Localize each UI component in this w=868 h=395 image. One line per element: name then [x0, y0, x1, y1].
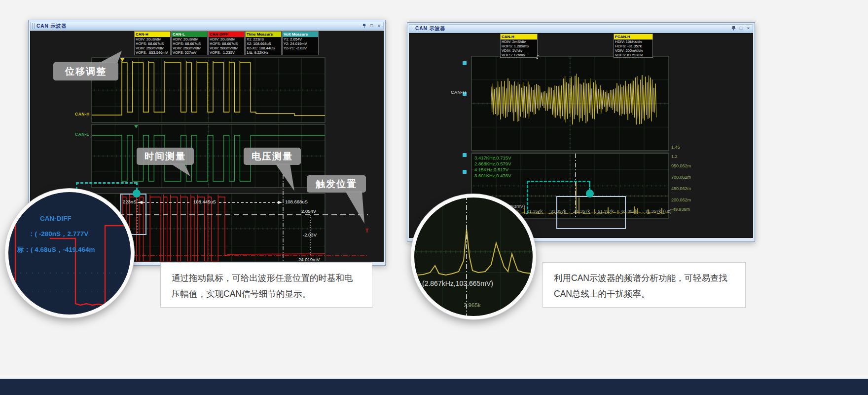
callout-offset-adjust: 位移调整: [53, 62, 118, 80]
panel-row: [283, 50, 318, 55]
left-caption: 通过拖动鼠标，可给出波形任意位置的时基和电压幅值，实现CAN信号细节的显示。: [160, 262, 372, 308]
panel-row: HOFS: 68.667uS: [172, 41, 207, 46]
panel-row: VDIV: 200mV/div: [614, 48, 652, 53]
cursor-dy-value: -2.03V: [303, 232, 317, 237]
close-button[interactable]: ×: [746, 26, 751, 31]
panel-row: HOFS: 68.667uS: [135, 41, 170, 46]
panel-row: HDIV: 20uS/div: [209, 37, 244, 41]
right-magnifier-circle: (2.867kHz,103.665mV) 2.965k: [411, 194, 536, 319]
panel-row: HOFS: 68.667uS: [209, 41, 244, 46]
right-window-title: CAN 示波器: [415, 25, 731, 32]
left-titlebar[interactable]: CAN 示波器 □ ×: [30, 22, 384, 30]
panel-row: Y1: 2.054V: [283, 37, 318, 41]
panel-row: 1/Δ: 9.22KHz: [246, 50, 281, 55]
cursor-y2-value: 24.019mV: [298, 257, 320, 262]
magnifier-axis-label: 2.965k: [464, 302, 481, 308]
panel-row: VDIV: 500mV/div: [209, 46, 244, 50]
channel-info-panel-fcanh[interactable]: FCAN-H HDIV: 10kHz/div HOFS: -31.357k VD…: [614, 34, 653, 58]
bottom-strip: [0, 379, 868, 395]
y-axis-label: 1.45: [671, 145, 697, 150]
canl-trace-label: CAN-L: [75, 132, 89, 137]
magnifier-peak-label: (2.867kHz,103.665mV): [422, 279, 493, 287]
page: CAN 示波器 □ × CAN-H HDIV: 20uS/div HOFS: 6…: [0, 0, 868, 395]
close-button[interactable]: ×: [376, 23, 382, 29]
magnifier-link-line: [76, 182, 137, 184]
y-axis-label: 200.062m: [671, 198, 697, 202]
cursor-y1-value: 2.054V: [301, 208, 316, 214]
panel-row: HOFS: -31.357k: [614, 44, 652, 48]
volt-measure-panel[interactable]: Volt Measure Y1: 2.054V Y2: 24.019mV Y2-…: [282, 31, 319, 55]
panel-row: X2-X1: 108.44uS: [246, 46, 281, 50]
panel-row: HDIV: 10kHz/div: [614, 40, 652, 44]
channel-info-panel-canh[interactable]: CAN-H HDIV: 2mS/div HOFS: 1.289mS VDIV: …: [500, 34, 538, 58]
panel-row: X1: 223nS: [246, 37, 281, 41]
drag-grip-icon[interactable]: [32, 23, 35, 29]
panel-row: HOFS: 1.289mS: [501, 44, 537, 48]
time-measure-panel[interactable]: Time Measure X1: 223nS X2: 108.668uS X2-…: [245, 31, 282, 55]
magnifier-link-line: [527, 181, 528, 214]
panel-row: VOFS: -653.546mV: [135, 50, 170, 55]
y-axis-label: 950.062m: [671, 163, 697, 168]
y-axis-label: 1.2: [671, 154, 697, 159]
panel-header: CAN-H: [501, 34, 537, 40]
selection-anchor-dot[interactable]: [586, 190, 594, 198]
trigger-marker[interactable]: T: [365, 228, 368, 234]
peak-readout: 3.417KHz,0.715V: [474, 155, 511, 160]
maximize-button[interactable]: □: [738, 26, 744, 31]
right-titlebar[interactable]: CAN 示波器 □ ×: [409, 24, 753, 33]
selection-anchor-dot[interactable]: [133, 190, 141, 198]
magnifier-channel-label: CAN-DIFF: [40, 215, 72, 222]
x-axis-label: 41.357k: [569, 209, 595, 214]
panel-row: VOFS: 61.597uV: [614, 53, 652, 57]
left-window-title: CAN 示波器: [36, 23, 362, 30]
panel-row: Y2: 24.019mV: [283, 41, 318, 46]
panel-row: VDIV: 250mV/div: [135, 46, 170, 50]
peak-readout: 2.868KHz,0.579V: [474, 161, 511, 166]
y-axis-label: 450.062m: [671, 186, 697, 191]
pin-icon[interactable]: [731, 26, 736, 31]
panel-header: CAN-DIFF: [209, 32, 244, 37]
panel-row: HDIV: 20uS/div: [172, 37, 207, 41]
panel-header: CAN-H: [135, 32, 170, 37]
cursor-x1-value: 223nS: [123, 199, 136, 204]
channel-info-panel-candiff[interactable]: CAN-DIFF HDIV: 20uS/div HOFS: 68.667uS V…: [208, 31, 245, 55]
panel-row: VDIV: 250mV/div: [172, 46, 207, 50]
peak-readout: 4.15KHz,0.517V: [474, 167, 508, 172]
panel-row: Y2-Y1: -2.03V: [283, 46, 318, 50]
pin-icon[interactable]: [362, 23, 367, 29]
magnifier-link-line: [527, 181, 590, 182]
panel-header: Volt Measure: [283, 32, 318, 37]
callout-time-measure: 时间测量: [137, 148, 194, 165]
peak-readout: 3.601KHz,0.476V: [474, 173, 511, 178]
channel-info-panel-canh[interactable]: CAN-H HDIV: 20uS/div HOFS: 68.667uS VDIV…: [134, 31, 171, 55]
y-axis-label: 700.062m: [671, 175, 697, 180]
right-caption: 利用CAN示波器的频谱分析功能，可轻易查找CAN总线上的干扰频率。: [542, 262, 746, 308]
x-axis-label: 21.357k: [522, 209, 547, 214]
canh-trace-label: CAN-H: [75, 112, 90, 117]
magnifier-coord-line: 标：( 4.68uS，-419.464m: [17, 245, 95, 254]
magnified-spectrum-trace: [414, 198, 533, 316]
callout-trigger-position: 触发位置: [307, 175, 366, 193]
panel-row: X2: 108.668uS: [246, 41, 281, 46]
right-info-canh: CAN-H HDIV: 2mS/div HOFS: 1.289mS VDIV: …: [500, 34, 538, 58]
x-axis-label: 31.357k: [545, 209, 571, 214]
left-magnifier-circle: CAN-DIFF ：( -280nS，2.777V 标：( 4.68uS，-41…: [5, 189, 134, 318]
panel-row: VOFS: 527mV: [172, 50, 207, 55]
cursor-dx-value: 108.445uS: [193, 199, 216, 204]
channel-info-panel-canl[interactable]: CAN-L HDIV: 20uS/div HOFS: 68.667uS VDIV…: [171, 31, 208, 55]
magnifier-link-line: [589, 181, 590, 191]
magnifier-coord-line: ：( -280nS，2.777V: [28, 230, 88, 238]
drag-grip-icon[interactable]: [411, 26, 413, 31]
canh-trace-label: CAN-H: [451, 90, 466, 95]
panel-header: CAN-L: [172, 32, 207, 37]
panel-header: FCAN-H: [614, 34, 652, 40]
panel-row: HDIV: 20uS/div: [135, 37, 170, 41]
x-axis-label: 51.357k: [593, 209, 618, 214]
panel-row: VDIV: 1V/div: [501, 48, 537, 53]
maximize-button[interactable]: □: [369, 23, 374, 29]
panel-row: HDIV: 2mS/div: [501, 40, 537, 44]
left-info-row: CAN-H HDIV: 20uS/div HOFS: 68.667uS VDIV…: [134, 31, 319, 55]
callout-volt-measure: 电压测量: [244, 148, 301, 165]
right-info-fcanh: FCAN-H HDIV: 10kHz/div HOFS: -31.357k VD…: [614, 34, 653, 58]
panel-header: Time Measure: [246, 32, 281, 37]
